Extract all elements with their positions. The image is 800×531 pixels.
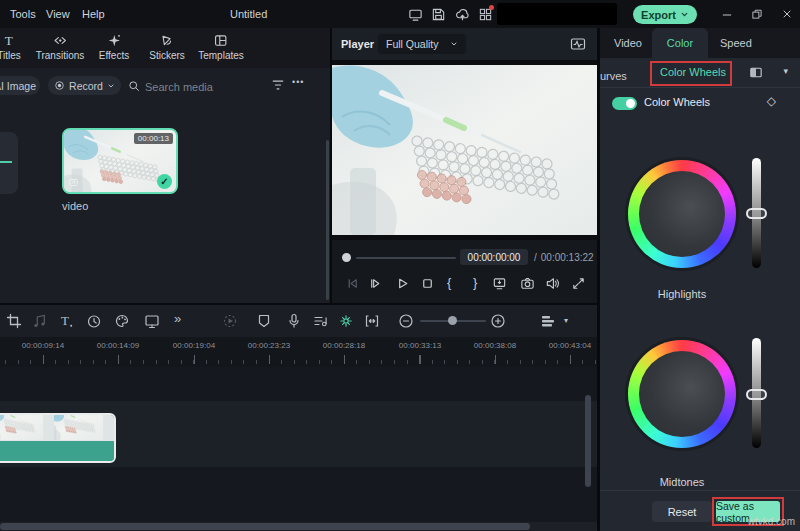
tab-effects[interactable]: Effects: [99, 33, 129, 61]
collapse-chevron-icon[interactable]: ▾: [783, 66, 788, 76]
divider: [597, 28, 600, 531]
subtab-curves[interactable]: Curves: [600, 66, 642, 81]
subtab-color-wheels[interactable]: Color Wheels: [660, 66, 726, 78]
ruler-label: 00:00:23:23: [248, 341, 290, 350]
display-mode-icon[interactable]: [408, 7, 423, 22]
color-subtabs: Curves Color Wheels ▾: [600, 58, 800, 88]
player-header: Player Full Quality: [332, 28, 597, 60]
media-item-video[interactable]: 00:00:13 ✓: [62, 128, 178, 194]
audio-tool-icon[interactable]: [32, 313, 48, 329]
scopes-icon[interactable]: [569, 36, 587, 52]
player-panel: Player Full Quality 00:00:00:00 / 00:00:…: [332, 28, 597, 303]
tab-titles[interactable]: T Titles: [0, 33, 21, 61]
snapshot-button[interactable]: [520, 276, 535, 291]
tab-speed[interactable]: Speed: [720, 37, 752, 49]
speed-tool-icon[interactable]: [86, 313, 102, 329]
asset-category-bar: T Titles Transitions Effects: [0, 28, 330, 68]
motion-tracking-tool-icon[interactable]: [144, 313, 160, 329]
filter-icon[interactable]: [271, 78, 285, 92]
timeline-zoom-handle[interactable]: [448, 316, 457, 325]
more-options-icon[interactable]: •••: [292, 77, 304, 87]
render-to-device-button[interactable]: [492, 276, 507, 291]
timeline-vertical-scrollbar[interactable]: [585, 395, 591, 487]
text-tool-icon[interactable]: T: [58, 313, 74, 329]
timeline-clip-video[interactable]: [0, 413, 116, 463]
timeline-ruler[interactable]: 00:00:09:14 00:00:14:09 00:00:19:04 00:0…: [0, 337, 597, 367]
clip-thumbnails: [0, 415, 114, 441]
reset-button[interactable]: Reset: [652, 501, 712, 522]
effects-icon: [106, 33, 121, 48]
timeline-tracks[interactable]: [0, 367, 597, 522]
zoom-in-icon[interactable]: [490, 313, 506, 329]
ruler-label: 00:00:43:04: [549, 341, 591, 350]
media-item-partial[interactable]: [0, 132, 18, 194]
cloud-upload-icon[interactable]: [455, 7, 470, 22]
stickers-icon: [160, 33, 175, 48]
track-manager-icon[interactable]: [540, 313, 556, 329]
stop-button[interactable]: [420, 276, 435, 291]
svg-text:T: T: [5, 33, 13, 48]
minimize-button[interactable]: [721, 9, 733, 21]
ruler-label: 00:00:33:13: [399, 341, 441, 350]
keyframe-diamond-icon[interactable]: ◇: [767, 94, 776, 108]
scrubber-handle[interactable]: [342, 253, 351, 262]
magnetic-timeline-icon[interactable]: [338, 313, 354, 329]
record-button[interactable]: Record: [48, 76, 121, 95]
timeline-horizontal-scroll-track[interactable]: [0, 522, 597, 531]
timeline-section: T »: [0, 305, 597, 531]
tab-stickers[interactable]: Stickers: [149, 33, 185, 61]
volume-button[interactable]: [545, 276, 560, 291]
templates-icon: [213, 33, 228, 48]
menu-tools[interactable]: Tools: [10, 8, 36, 20]
ripple-edit-icon[interactable]: [364, 313, 380, 329]
next-frame-button[interactable]: [368, 276, 383, 291]
track-manager-caret-icon[interactable]: ▾: [564, 316, 568, 325]
crop-tool-icon[interactable]: [6, 313, 22, 329]
ruler-label: 00:00:09:14: [22, 341, 64, 350]
current-time: 00:00:00:00: [460, 249, 528, 265]
fullscreen-button[interactable]: [571, 276, 586, 291]
color-tool-icon[interactable]: [114, 313, 130, 329]
record-icon: [54, 80, 65, 91]
selected-check-icon: ✓: [157, 174, 172, 189]
ai-image-button[interactable]: AI Image: [0, 76, 40, 95]
tab-video[interactable]: Video: [614, 37, 642, 49]
redacted-block: [497, 3, 617, 25]
player-label: Player: [341, 38, 374, 50]
play-button[interactable]: [395, 276, 410, 291]
mark-out-button[interactable]: }: [473, 275, 477, 290]
zoom-out-icon[interactable]: [398, 313, 414, 329]
menu-view[interactable]: View: [46, 8, 70, 20]
midtones-color-wheel[interactable]: [628, 340, 736, 448]
proxy-badge-icon: [68, 177, 79, 188]
more-tools-icon[interactable]: »: [174, 311, 181, 326]
titles-icon: T: [2, 33, 17, 48]
tab-transitions[interactable]: Transitions: [36, 33, 85, 61]
compare-split-icon[interactable]: [748, 65, 764, 80]
preview-video-frame[interactable]: [332, 60, 597, 240]
search-input[interactable]: [143, 76, 259, 97]
save-icon[interactable]: [431, 7, 446, 22]
highlights-slider-handle[interactable]: [746, 208, 767, 219]
tab-templates[interactable]: Templates: [198, 33, 244, 61]
scrubber-track[interactable]: [356, 257, 456, 259]
previous-frame-button[interactable]: [345, 276, 360, 291]
color-wheels-toggle[interactable]: [612, 97, 637, 110]
render-preview-icon[interactable]: [222, 313, 238, 329]
mark-in-button[interactable]: {: [447, 275, 451, 290]
tab-color[interactable]: Color: [652, 28, 708, 58]
chevron-down-icon: [680, 10, 689, 19]
timeline-horizontal-scrollbar[interactable]: [0, 523, 530, 530]
voiceover-icon[interactable]: [286, 313, 302, 329]
midtones-slider-handle[interactable]: [746, 389, 767, 400]
quality-dropdown[interactable]: Full Quality: [378, 34, 466, 54]
media-scrollbar[interactable]: [326, 140, 329, 300]
restore-button[interactable]: [751, 8, 763, 20]
close-button[interactable]: [781, 8, 793, 20]
export-button[interactable]: Export: [633, 5, 697, 24]
menu-help[interactable]: Help: [82, 8, 105, 20]
marker-icon[interactable]: [256, 313, 272, 329]
highlights-color-wheel[interactable]: [628, 160, 736, 268]
audio-mixer-icon[interactable]: [312, 313, 328, 329]
clip-audio-section: [0, 441, 114, 461]
